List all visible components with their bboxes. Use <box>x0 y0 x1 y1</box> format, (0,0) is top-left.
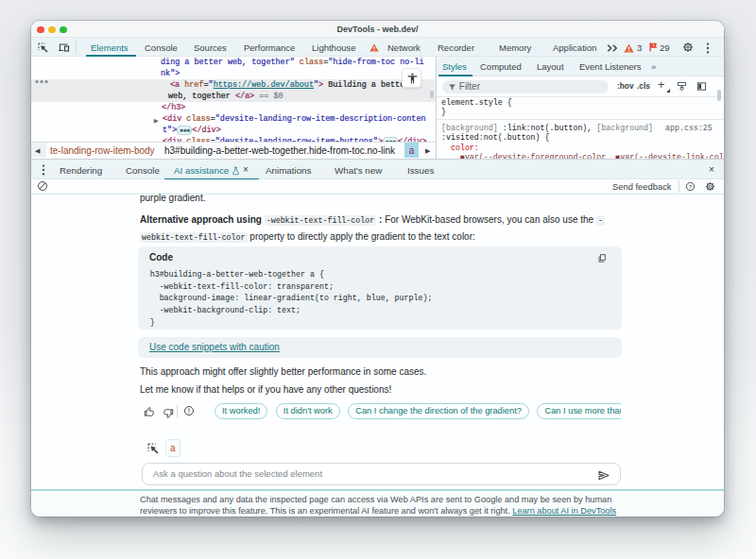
svg-text:?: ? <box>689 184 693 190</box>
